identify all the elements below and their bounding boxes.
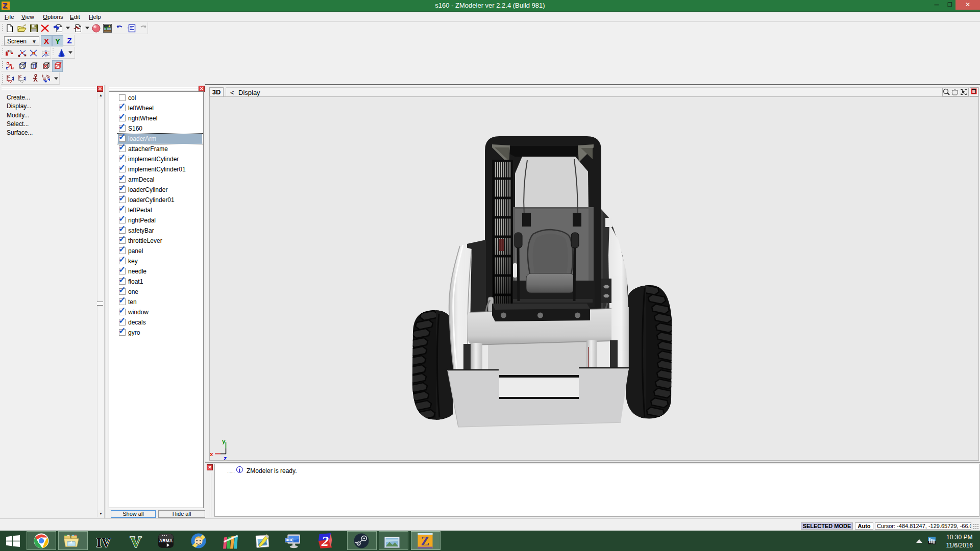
svg-text:ARMA: ARMA bbox=[159, 538, 173, 543]
svg-text:z: z bbox=[224, 456, 227, 460]
svg-text:V: V bbox=[130, 534, 141, 549]
svg-text:IV: IV bbox=[96, 535, 111, 549]
svg-text:y: y bbox=[222, 439, 226, 445]
svg-text:2: 2 bbox=[321, 533, 329, 548]
svg-text:x: x bbox=[210, 452, 213, 458]
svg-text:Z: Z bbox=[421, 534, 430, 548]
